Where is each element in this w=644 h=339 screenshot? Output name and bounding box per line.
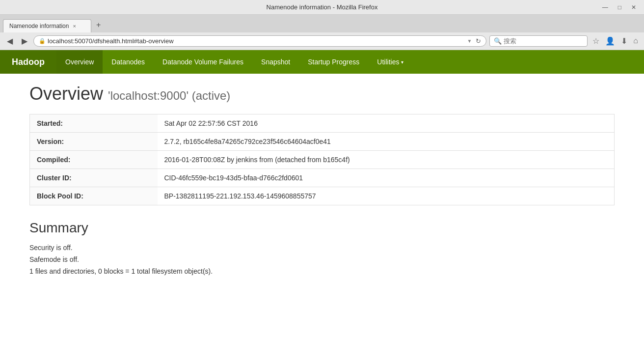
maximize-button[interactable]: □ xyxy=(615,3,624,12)
forward-button[interactable]: ▶ xyxy=(19,34,30,48)
utilities-dropdown-arrow: ▾ xyxy=(401,59,403,65)
download-icon[interactable]: ⬇ xyxy=(619,35,629,47)
back-button[interactable]: ◀ xyxy=(4,34,16,48)
nav-item-snapshot[interactable]: Snapshot xyxy=(252,50,299,74)
search-icon: 🔍 xyxy=(494,37,502,45)
summary-title: Summary xyxy=(29,220,615,236)
summary-line-2: 1 files and directories, 0 blocks = 1 to… xyxy=(29,267,615,275)
close-button[interactable]: ✕ xyxy=(628,3,639,12)
address-bar[interactable]: 🔒 localhost:50070/dfshealth.html#tab-ove… xyxy=(33,35,486,47)
value-started: Sat Apr 02 22:57:56 CST 2016 xyxy=(158,114,615,133)
browser-title: Namenode information - Mozilla Firefox xyxy=(267,3,378,11)
lock-icon: 🔒 xyxy=(39,38,46,44)
nav-item-utilities[interactable]: Utilities ▾ xyxy=(368,50,412,74)
hadoop-brand: Hadoop xyxy=(0,50,56,74)
summary-line-1: Safemode is off. xyxy=(29,255,615,263)
label-compiled: Compiled: xyxy=(30,151,158,169)
label-block-pool-id: Block Pool ID: xyxy=(30,187,158,205)
table-row: Compiled: 2016-01-28T00:08Z by jenkins f… xyxy=(30,151,615,169)
search-bar[interactable]: 🔍 xyxy=(489,35,588,47)
nav-item-datanode-volume-failures[interactable]: Datanode Volume Failures xyxy=(154,50,252,74)
toolbar-icons: ☆ 👤 ⬇ ⌂ xyxy=(590,35,640,47)
tab-bar: Namenode information × + xyxy=(0,15,644,32)
profile-icon[interactable]: 👤 xyxy=(603,35,617,47)
value-version: 2.7.2, rb165c4fe8a74265c792ce23f546c6460… xyxy=(158,133,615,151)
bookmark-icon[interactable]: ☆ xyxy=(590,35,601,47)
info-table: Started: Sat Apr 02 22:57:56 CST 2016 Ve… xyxy=(29,114,615,205)
minimize-button[interactable]: — xyxy=(599,3,611,12)
value-cluster-id: CID-46fc559e-bc19-43d5-bfaa-d766c2fd0601 xyxy=(158,169,615,187)
url-text: localhost:50070/dfshealth.html#tab-overv… xyxy=(48,37,465,45)
label-cluster-id: Cluster ID: xyxy=(30,169,158,187)
home-icon[interactable]: ⌂ xyxy=(631,35,640,47)
nav-items: Overview Datanodes Datanode Volume Failu… xyxy=(56,50,412,74)
window-controls[interactable]: — □ ✕ xyxy=(599,3,639,12)
value-compiled: 2016-01-28T00:08Z by jenkins from (detac… xyxy=(158,151,615,169)
table-row: Cluster ID: CID-46fc559e-bc19-43d5-bfaa-… xyxy=(30,169,615,187)
nav-item-startup-progress[interactable]: Startup Progress xyxy=(299,50,368,74)
browser-tab[interactable]: Namenode information × xyxy=(3,19,91,32)
url-dropdown-arrow[interactable]: ▼ xyxy=(467,38,472,44)
reload-button[interactable]: ↻ xyxy=(476,37,481,45)
label-started: Started: xyxy=(30,114,158,133)
search-input[interactable] xyxy=(504,37,586,45)
label-version: Version: xyxy=(30,133,158,151)
page-content: Overview 'localhost:9000' (active) Start… xyxy=(0,74,644,289)
new-tab-button[interactable]: + xyxy=(91,18,106,32)
hadoop-navbar: Hadoop Overview Datanodes Datanode Volum… xyxy=(0,50,644,74)
nav-item-datanodes[interactable]: Datanodes xyxy=(103,50,154,74)
table-row: Started: Sat Apr 02 22:57:56 CST 2016 xyxy=(30,114,615,133)
nav-item-overview[interactable]: Overview xyxy=(56,50,103,74)
page-title: Overview 'localhost:9000' (active) xyxy=(29,84,615,104)
table-row: Version: 2.7.2, rb165c4fe8a74265c792ce23… xyxy=(30,133,615,151)
tab-close-button[interactable]: × xyxy=(73,23,76,29)
page-subtitle: 'localhost:9000' (active) xyxy=(108,89,230,102)
summary-line-0: Security is off. xyxy=(29,244,615,252)
table-row: Block Pool ID: BP-1382811195-221.192.153… xyxy=(30,187,615,205)
browser-toolbar: ◀ ▶ 🔒 localhost:50070/dfshealth.html#tab… xyxy=(0,32,644,50)
tab-title: Namenode information xyxy=(9,23,69,29)
value-block-pool-id: BP-1382811195-221.192.153.46-14596088557… xyxy=(158,187,615,205)
browser-titlebar: Namenode information - Mozilla Firefox —… xyxy=(0,0,644,15)
